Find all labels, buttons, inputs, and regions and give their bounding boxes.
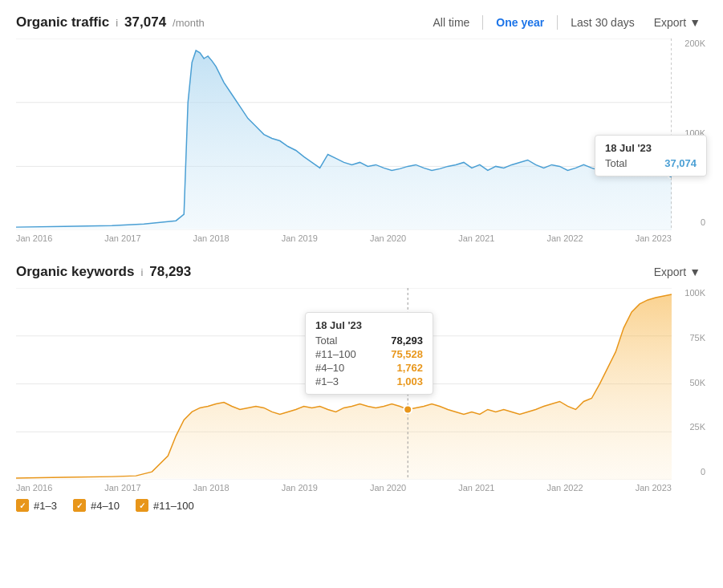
keywords-info-icon[interactable]: i [140, 266, 143, 278]
organic-keywords-section: Organic keywords i 78,293 Export ▼ 100K … [16, 262, 707, 512]
traffic-info-icon[interactable]: i [116, 17, 118, 29]
keywords-x-labels: Jan 2016 Jan 2017 Jan 2018 Jan 2019 Jan … [16, 480, 672, 493]
organic-traffic-section: Organic traffic i 37,074 /month All time… [16, 13, 707, 243]
organic-keywords-value: 78,293 [149, 264, 191, 280]
keywords-svg [16, 288, 672, 480]
filter-divider-2 [557, 15, 558, 30]
keywords-legend: ✓ #1–3 ✓ #4–10 ✓ #11–100 [16, 499, 707, 512]
keywords-export-chevron-icon: ▼ [689, 266, 701, 278]
keywords-chart-inner: 18 Jul '23 Total 78,293 #11–100 75,528 #… [16, 288, 672, 480]
keywords-title-group: Organic keywords i 78,293 [16, 264, 191, 280]
traffic-x-labels: Jan 2016 Jan 2017 Jan 2018 Jan 2019 Jan … [16, 230, 672, 243]
legend-item-4-10: ✓ #4–10 [73, 499, 120, 512]
keywords-area [16, 294, 672, 480]
checkmark-icon-11-100: ✓ [139, 501, 145, 510]
organic-traffic-title: Organic traffic [16, 14, 109, 30]
filter-last-30[interactable]: Last 30 days [563, 13, 642, 32]
organic-traffic-chart-area: 200K 100K 0 [16, 39, 707, 243]
legend-label-11-100: #11–100 [153, 500, 194, 512]
legend-item-11-100: ✓ #11–100 [136, 499, 194, 512]
organic-keywords-header: Organic keywords i 78,293 Export ▼ [16, 262, 707, 282]
traffic-y-labels: 200K 100K 0 [673, 39, 707, 227]
traffic-chart-inner: 18 Jul '23 Total 37,074 [16, 39, 672, 230]
checkmark-icon-4-10: ✓ [76, 501, 83, 510]
legend-checkbox-11-100[interactable]: ✓ [136, 499, 148, 512]
traffic-area [16, 51, 672, 230]
keywords-dot [404, 406, 412, 414]
filter-one-year[interactable]: One year [488, 13, 552, 32]
legend-item-1-3: ✓ #1–3 [16, 499, 57, 512]
filter-divider-1 [482, 15, 483, 30]
time-filters: All time One year Last 30 days [424, 13, 642, 32]
organic-traffic-value: 37,074 [124, 14, 166, 30]
legend-label-4-10: #4–10 [91, 500, 120, 512]
checkmark-icon-1-3: ✓ [19, 501, 26, 510]
organic-keywords-chart-area: 100K 75K 50K 25K 0 [16, 288, 707, 493]
keywords-y-labels: 100K 75K 50K 25K 0 [673, 288, 707, 476]
legend-checkbox-4-10[interactable]: ✓ [73, 499, 86, 512]
keywords-export-button[interactable]: Export ▼ [648, 262, 707, 282]
organic-keywords-title: Organic keywords [16, 264, 134, 280]
traffic-export-button[interactable]: Export ▼ [648, 13, 707, 32]
organic-traffic-unit: /month [173, 17, 205, 29]
filter-all-time[interactable]: All time [424, 13, 477, 32]
organic-traffic-header: Organic traffic i 37,074 /month All time… [16, 13, 707, 32]
title-group: Organic traffic i 37,074 /month [16, 14, 205, 30]
export-chevron-icon: ▼ [689, 16, 701, 29]
legend-checkbox-1-3[interactable]: ✓ [16, 499, 29, 512]
traffic-end-dot [668, 170, 672, 178]
traffic-svg [16, 39, 672, 230]
legend-label-1-3: #1–3 [34, 500, 57, 512]
